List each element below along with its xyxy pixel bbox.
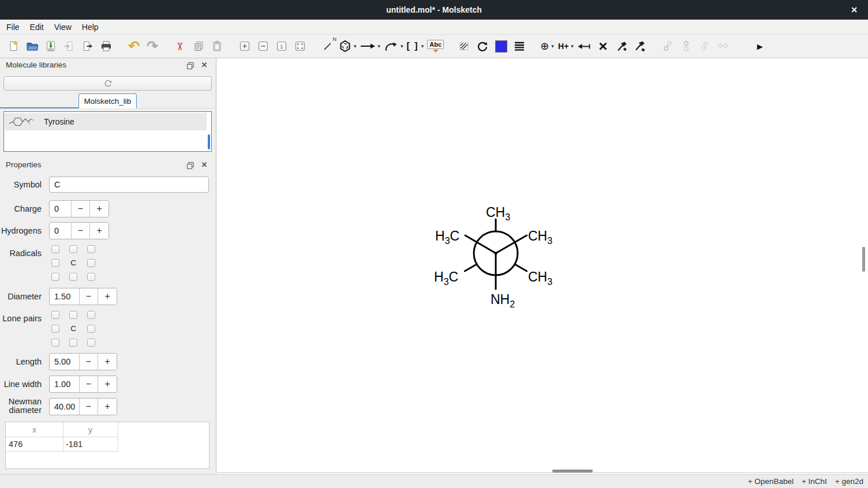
float-panel-button[interactable] (186, 62, 194, 70)
document-export-icon (82, 40, 93, 52)
menu-view[interactable]: View (49, 20, 77, 35)
print-button[interactable] (99, 37, 114, 55)
ring-tool-button[interactable]: ▾ (339, 37, 357, 55)
list-item-tyrosine[interactable]: Tyrosine (5, 113, 207, 130)
lone-pair-checkbox[interactable] (51, 339, 59, 347)
dropdown-arrow-icon[interactable]: ▾ (354, 43, 357, 49)
window-close-button[interactable]: ✕ (848, 4, 860, 16)
float-panel-button[interactable] (186, 162, 194, 170)
lone-pair-checkbox[interactable] (87, 311, 95, 319)
menu-help[interactable]: Help (77, 20, 104, 35)
menu-file[interactable]: File (1, 20, 25, 35)
charge-decrement-button[interactable]: − (71, 201, 90, 217)
new-document-button[interactable] (6, 37, 21, 55)
mechanics-flip-tool-button[interactable] (633, 37, 648, 55)
newman-projection-molecule[interactable]: CH3 H3C CH3 H3C CH3 NH2 (416, 190, 589, 322)
line-width-value[interactable]: 1.00 (50, 376, 79, 392)
newman-diameter-decrement-button[interactable]: − (79, 399, 98, 415)
molecule-pair-tool-2-button[interactable] (679, 37, 694, 55)
radical-checkbox[interactable] (87, 259, 95, 267)
mechanics-tool-button[interactable] (614, 37, 629, 55)
radical-checkbox[interactable] (69, 273, 77, 281)
drawing-canvas[interactable]: CH3 H3C CH3 H3C CH3 NH2 (217, 58, 868, 473)
hydrogens-increment-button[interactable]: + (89, 223, 108, 239)
coordinate-y-cell[interactable]: -181 (63, 437, 118, 452)
symbol-input[interactable]: C (49, 177, 209, 193)
redo-button[interactable]: ↷ (145, 37, 160, 55)
molecule-pair-tool-4-button[interactable] (716, 37, 731, 55)
radical-checkbox[interactable] (87, 273, 95, 281)
line-width-increment-button[interactable]: + (98, 376, 117, 392)
menu-edit[interactable]: Edit (25, 20, 49, 35)
mechanism-arrow-button[interactable]: ▾ (384, 37, 403, 55)
refresh-libraries-button[interactable] (3, 76, 212, 91)
coordinate-x-cell[interactable]: 476 (6, 437, 63, 452)
close-panel-button[interactable]: ✕ (200, 160, 208, 169)
zoom-fit-button[interactable] (293, 37, 308, 55)
radical-checkbox[interactable] (87, 245, 95, 253)
diameter-increment-button[interactable]: + (98, 288, 117, 305)
line-width-button[interactable] (512, 37, 527, 55)
undo-button[interactable]: ↶ (126, 37, 141, 55)
newman-diameter-value[interactable]: 40.00 (50, 399, 79, 415)
orange-underline-icon (433, 50, 439, 52)
horizontal-scrollbar-handle[interactable] (552, 470, 593, 472)
save-button[interactable] (43, 37, 58, 55)
zoom-original-button[interactable]: 1 (274, 37, 289, 55)
dropdown-arrow-icon[interactable]: ▾ (378, 43, 381, 49)
vertical-scrollbar-handle[interactable] (862, 247, 865, 272)
tab-molsketch-lib[interactable]: Molsketch_lib (78, 93, 137, 108)
radical-checkbox[interactable] (51, 259, 59, 267)
hydrogens-value[interactable]: 0 (50, 223, 71, 239)
line-width-decrement-button[interactable]: − (79, 376, 98, 392)
open-file-button[interactable] (25, 37, 40, 55)
length-decrement-button[interactable]: − (79, 354, 98, 370)
reaction-arrow-button[interactable]: ▾ (360, 37, 381, 55)
lone-pair-checkbox[interactable] (51, 311, 59, 319)
charge-increment-button[interactable]: + (89, 201, 108, 217)
draw-bond-button[interactable]: N (320, 37, 335, 55)
close-panel-button[interactable]: ✕ (200, 61, 208, 69)
copy-button[interactable] (191, 37, 206, 55)
radical-checkbox[interactable] (69, 245, 77, 253)
charge-value[interactable]: 0 (50, 201, 71, 217)
delete-tool-button[interactable]: × (596, 37, 611, 55)
zoom-out-button[interactable] (256, 37, 271, 55)
molecule-pair-tool-1-button[interactable] (660, 37, 675, 55)
hydrogens-decrement-button[interactable]: − (71, 223, 90, 239)
charge-tool-button[interactable]: ⊕▾ (540, 37, 555, 55)
lone-pair-checkbox[interactable] (69, 339, 77, 347)
newman-diameter-increment-button[interactable]: + (98, 399, 117, 415)
radical-checkbox[interactable] (51, 273, 59, 281)
zoom-in-button[interactable] (237, 37, 252, 55)
close-icon: ✕ (201, 160, 208, 169)
cut-button[interactable]: ✂ (173, 37, 188, 55)
lone-pair-checkbox[interactable] (69, 311, 77, 319)
toolbar-overflow-button[interactable]: ▶ (753, 37, 768, 55)
draw-atom-label: N (333, 36, 337, 42)
color-picker-button[interactable] (493, 37, 508, 55)
diameter-decrement-button[interactable]: − (79, 288, 98, 305)
dropdown-arrow-icon[interactable]: ▾ (551, 43, 554, 49)
length-increment-button[interactable]: + (98, 354, 117, 370)
rotate-tool-button[interactable] (475, 37, 490, 55)
diameter-value[interactable]: 1.50 (50, 288, 79, 305)
list-scrollbar-handle[interactable] (208, 134, 210, 149)
export-button[interactable] (80, 37, 95, 55)
dropdown-arrow-icon[interactable]: ▾ (571, 43, 574, 49)
hydrogen-tool-button[interactable]: H+▾ (558, 37, 574, 55)
dropdown-arrow-icon[interactable]: ▾ (401, 43, 403, 49)
text-tool-button[interactable]: Abc (427, 37, 444, 55)
bracket-tool-button[interactable]: [ ]▾ (407, 37, 424, 55)
dropdown-arrow-icon[interactable]: ▾ (421, 43, 424, 49)
electron-flow-button[interactable] (577, 37, 592, 55)
import-button[interactable] (62, 37, 77, 55)
length-value[interactable]: 5.00 (50, 354, 79, 370)
paste-button[interactable] (209, 37, 225, 55)
lone-pair-checkbox[interactable] (87, 325, 95, 333)
lone-pair-checkbox[interactable] (87, 339, 95, 347)
lone-pair-checkbox[interactable] (51, 325, 59, 333)
molecule-pair-tool-3-button[interactable] (697, 37, 712, 55)
radical-checkbox[interactable] (51, 245, 59, 253)
select-area-button[interactable] (457, 37, 472, 55)
